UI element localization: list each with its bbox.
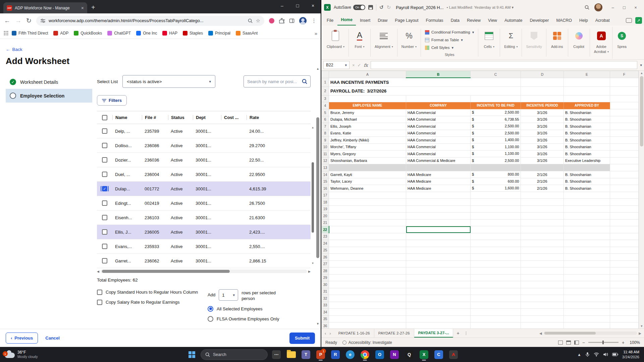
row-header-28[interactable]: 28: [322, 267, 329, 275]
column-header-C[interactable]: C: [471, 71, 521, 78]
cell-incentive-amount[interactable]: $1,400.00: [471, 137, 521, 144]
row-header-1[interactable]: 1: [322, 78, 329, 86]
expand-formula-bar-icon[interactable]: ▾: [640, 63, 642, 67]
addins-group[interactable]: Add-ins: [547, 27, 567, 59]
adobe-acrobat-group[interactable]: A Adobe Acrobat▾: [591, 27, 612, 59]
cell-C33[interactable]: [471, 302, 521, 309]
cell-approved-by[interactable]: B. Shooshanian: [564, 171, 610, 178]
cell-incentive-amount[interactable]: $2,500.00: [471, 123, 521, 130]
cell-A1[interactable]: HAA INCENTIVE PAYMENTS: [329, 78, 521, 86]
cell-employee-name[interactable]: Dulapa, Michael: [329, 116, 406, 123]
table-header-cell[interactable]: APPROVED BY: [564, 102, 610, 109]
cell-F14[interactable]: [610, 171, 639, 178]
cell-C21[interactable]: [471, 219, 521, 226]
sensitivity-group[interactable]: Sensitivity: [523, 27, 545, 59]
tab-close-icon[interactable]: ×: [81, 5, 84, 11]
row-header-18[interactable]: 18: [322, 199, 329, 206]
step-employee-selection[interactable]: Employee Selection: [6, 89, 92, 103]
battery-icon[interactable]: [612, 353, 618, 356]
cell-company[interactable]: HAA Commercial & Medicare: [406, 157, 471, 164]
cell-F31[interactable]: [610, 288, 639, 295]
cell-C24[interactable]: [471, 240, 521, 247]
menu-insert[interactable]: Insert: [357, 16, 374, 25]
row-header-4[interactable]: 4: [322, 102, 329, 109]
cell-employee-name[interactable]: Shooshanian, Barbara: [329, 157, 406, 164]
column-header-A[interactable]: A: [329, 71, 406, 78]
format-as-table-button[interactable]: Format as Table▾: [425, 37, 463, 43]
cell-F27[interactable]: [610, 260, 639, 267]
step-worksheet-details[interactable]: ✓ Worksheet Details: [6, 75, 92, 89]
cell-shaded[interactable]: [406, 164, 471, 171]
scroll-left-icon[interactable]: ◀: [539, 331, 542, 335]
filters-button[interactable]: Filters: [97, 95, 127, 106]
cell-C30[interactable]: [471, 281, 521, 288]
cell-E31[interactable]: [564, 288, 610, 295]
row-header-24[interactable]: 24: [322, 240, 329, 247]
row-header-12[interactable]: 12: [322, 157, 329, 164]
scroll-up-icon[interactable]: ▲: [316, 67, 320, 70]
cell-E2[interactable]: [564, 86, 610, 95]
normal-view-icon[interactable]: [558, 341, 563, 345]
scroll-down-icon[interactable]: ▼: [311, 262, 314, 265]
rows-per-person-select[interactable]: 1 ▾: [219, 289, 238, 301]
page-vertical-scrollbar[interactable]: ▲ ▼: [316, 67, 320, 325]
cell-C20[interactable]: [471, 213, 521, 220]
cell-D21[interactable]: [521, 219, 564, 226]
row-header-27[interactable]: 27: [322, 260, 329, 267]
cell-F26[interactable]: [610, 254, 639, 261]
weather-widget[interactable]: 1 36°F Mostly cloudy: [0, 350, 43, 359]
name-box[interactable]: B22 ▾: [323, 61, 350, 69]
h-scrollbar-thumb[interactable]: [102, 270, 230, 273]
cell-A3[interactable]: [329, 95, 406, 102]
cell-C34[interactable]: [471, 309, 521, 316]
taskbar-app-quickbooks[interactable]: Q: [402, 348, 416, 361]
cell-incentive-period[interactable]: 3/1/26: [521, 150, 564, 158]
cell-F36[interactable]: [610, 322, 639, 329]
cell-E36[interactable]: [564, 322, 610, 329]
employee-row[interactable]: Duel, ...236004Active30001...22.9500: [97, 167, 311, 182]
cell-F13[interactable]: [610, 164, 639, 171]
bookmark-item[interactable]: Principal: [206, 29, 233, 37]
employee-row[interactable]: Evans,...235933Active30001...2,550....: [97, 239, 311, 254]
accessibility-status[interactable]: Accessibility: Investigate: [342, 340, 392, 345]
cell-shaded[interactable]: [564, 164, 610, 171]
cell-incentive-period[interactable]: 3/1/26: [521, 143, 564, 150]
excel-close-button[interactable]: ×: [630, 5, 641, 10]
new-sheet-button[interactable]: +: [453, 329, 463, 338]
cell-A26[interactable]: [329, 254, 406, 261]
row-header-16[interactable]: 16: [322, 185, 329, 192]
sheet-tab[interactable]: PAYDATE 3-27-...: [414, 329, 453, 338]
row-header-35[interactable]: 35: [322, 315, 329, 322]
row-header-8[interactable]: 8: [322, 130, 329, 137]
zoom-out-icon[interactable]: −: [582, 340, 585, 345]
cell-F32[interactable]: [610, 295, 639, 302]
row-checkbox[interactable]: [102, 229, 107, 235]
cell-D1[interactable]: [521, 78, 564, 86]
cell-C22[interactable]: [471, 226, 521, 233]
menu-home[interactable]: Home: [337, 15, 356, 25]
cell-D3[interactable]: [521, 95, 564, 102]
sheet-h-scrollbar-thumb[interactable]: [544, 332, 596, 335]
menu-page-layout[interactable]: Page Layout: [391, 16, 422, 25]
cell-approved-by[interactable]: B. Shooshanian: [564, 150, 610, 158]
cell-A23[interactable]: [329, 233, 406, 240]
row-checkbox[interactable]: [102, 157, 107, 163]
bookmark-star-icon[interactable]: ☆: [256, 18, 260, 24]
excel-minimize-button[interactable]: –: [607, 5, 619, 10]
scroll-down-icon[interactable]: ▼: [639, 324, 644, 328]
cell-A32[interactable]: [329, 295, 406, 302]
cell-D27[interactable]: [521, 260, 564, 267]
hidden-icons-chevron[interactable]: ▲: [577, 352, 581, 357]
cell-C19[interactable]: [471, 205, 521, 213]
cell-F11[interactable]: [610, 150, 639, 158]
row-checkbox[interactable]: [102, 200, 107, 206]
autosave-control[interactable]: AutoSave On: [334, 5, 365, 10]
scrollbar-thumb[interactable]: [312, 162, 314, 233]
bookmark-item[interactable]: ChatGPT: [105, 29, 133, 37]
cell-E21[interactable]: [564, 219, 610, 226]
row-checkbox[interactable]: [102, 258, 107, 263]
alignment-group[interactable]: Alignment▾: [371, 27, 396, 59]
bookmark-item[interactable]: Fifth Third Direct: [9, 29, 50, 37]
taskbar-app-outlook[interactable]: O: [373, 348, 386, 361]
bookmark-item[interactable]: SaasAnt: [233, 29, 260, 37]
